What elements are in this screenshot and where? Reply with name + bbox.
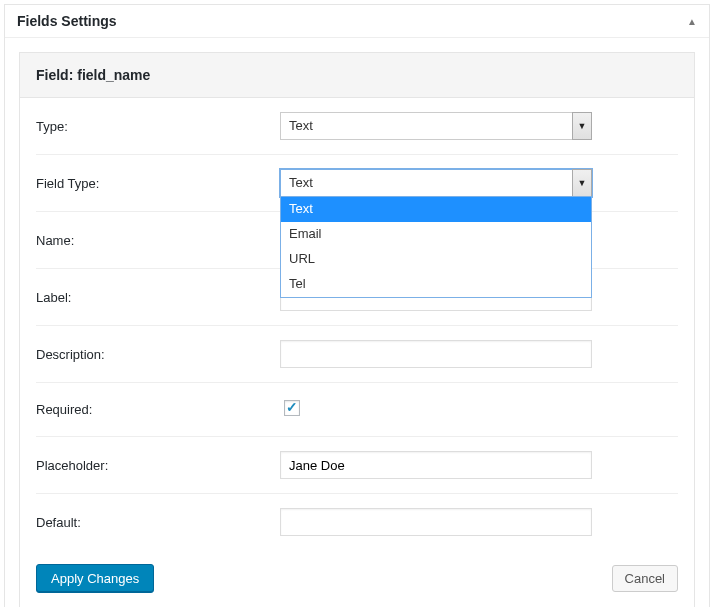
card-header: Field: field_name bbox=[20, 53, 694, 98]
field-card: Field: field_name Type: Text ▼ Field Typ… bbox=[19, 52, 695, 607]
row-required: Required: bbox=[36, 383, 678, 437]
panel-body: Field: field_name Type: Text ▼ Field Typ… bbox=[5, 38, 709, 607]
type-select-value: Text bbox=[280, 112, 592, 140]
field-type-select[interactable]: Text ▼ Text Email URL Tel bbox=[280, 169, 592, 197]
label-name: Name: bbox=[36, 233, 280, 248]
row-type: Type: Text ▼ bbox=[36, 98, 678, 155]
required-checkbox[interactable] bbox=[284, 400, 300, 416]
field-type-select-value: Text bbox=[280, 169, 592, 197]
apply-button[interactable]: Apply Changes bbox=[36, 564, 154, 593]
control-placeholder bbox=[280, 451, 678, 479]
control-description bbox=[280, 340, 678, 368]
label-field-type: Field Type: bbox=[36, 176, 280, 191]
cancel-button[interactable]: Cancel bbox=[612, 565, 678, 592]
row-default: Default: bbox=[36, 494, 678, 550]
row-placeholder: Placeholder: bbox=[36, 437, 678, 494]
option-url[interactable]: URL bbox=[281, 247, 591, 272]
default-input[interactable] bbox=[280, 508, 592, 536]
row-description: Description: bbox=[36, 326, 678, 383]
label-label: Label: bbox=[36, 290, 280, 305]
chevron-down-icon[interactable]: ▼ bbox=[572, 112, 592, 140]
label-description: Description: bbox=[36, 347, 280, 362]
panel-title: Fields Settings bbox=[17, 13, 117, 29]
option-tel[interactable]: Tel bbox=[281, 272, 591, 297]
option-email[interactable]: Email bbox=[281, 222, 591, 247]
card-footer: Apply Changes Cancel bbox=[20, 550, 694, 607]
placeholder-input[interactable] bbox=[280, 451, 592, 479]
control-default bbox=[280, 508, 678, 536]
control-field-type: Text ▼ Text Email URL Tel bbox=[280, 169, 678, 197]
card-body: Type: Text ▼ Field Type: Text ▼ bbox=[20, 98, 694, 550]
field-type-dropdown: Text Email URL Tel bbox=[280, 196, 592, 298]
option-text[interactable]: Text bbox=[281, 197, 591, 222]
control-required bbox=[280, 397, 678, 422]
description-input[interactable] bbox=[280, 340, 592, 368]
row-field-type: Field Type: Text ▼ Text Email URL Tel bbox=[36, 155, 678, 212]
chevron-down-icon[interactable]: ▼ bbox=[572, 169, 592, 197]
label-required: Required: bbox=[36, 402, 280, 417]
settings-panel: Fields Settings ▲ Field: field_name Type… bbox=[4, 4, 710, 607]
label-placeholder: Placeholder: bbox=[36, 458, 280, 473]
type-select[interactable]: Text ▼ bbox=[280, 112, 592, 140]
control-type: Text ▼ bbox=[280, 112, 678, 140]
label-default: Default: bbox=[36, 515, 280, 530]
card-title: Field: field_name bbox=[36, 67, 678, 83]
panel-header: Fields Settings ▲ bbox=[5, 5, 709, 38]
collapse-icon[interactable]: ▲ bbox=[687, 16, 697, 27]
label-type: Type: bbox=[36, 119, 280, 134]
